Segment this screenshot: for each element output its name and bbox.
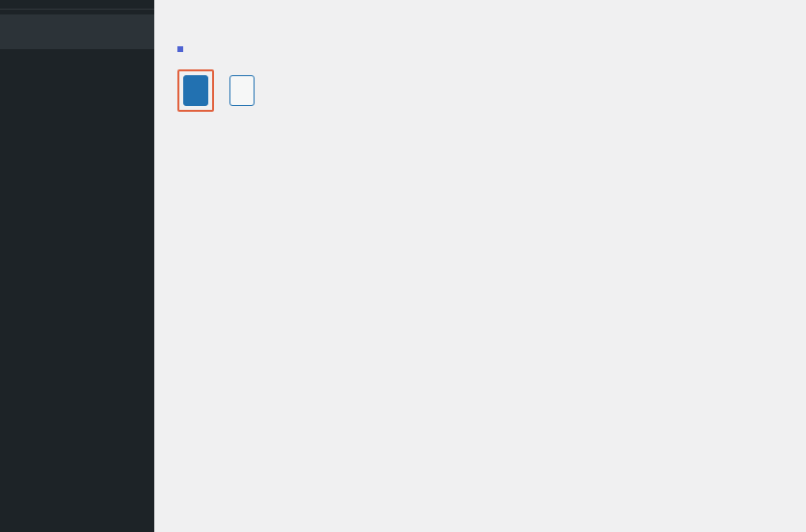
- replace-button-highlight: [177, 69, 214, 112]
- col-header-current: [455, 27, 624, 46]
- admin-sidebar: [0, 0, 154, 532]
- highlight-uploaded-column: [177, 46, 183, 52]
- compare-table: [177, 27, 783, 46]
- action-buttons: [177, 69, 783, 112]
- main-content: [154, 0, 806, 532]
- submenu-installed-plugins[interactable]: [0, 20, 154, 32]
- highlight-current-column: [177, 46, 183, 52]
- replace-button[interactable]: [183, 75, 208, 106]
- cancel-button[interactable]: [229, 75, 255, 106]
- col-header-uploaded: [624, 27, 783, 46]
- submenu-add-new-plugin[interactable]: [0, 32, 154, 43]
- menu-separator: [0, 5, 154, 10]
- plugins-submenu: [0, 14, 154, 49]
